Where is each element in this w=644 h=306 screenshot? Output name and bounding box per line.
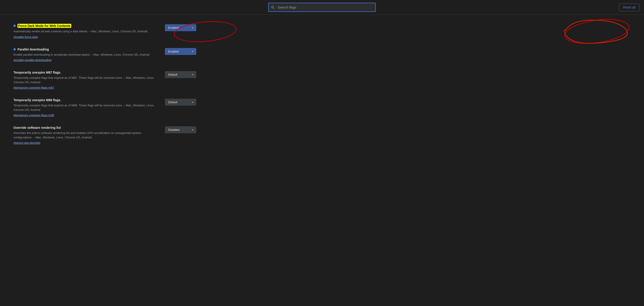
flag-title: Force Dark Mode for Web Contents <box>18 24 71 28</box>
flag-select[interactable]: DefaultEnabledDisabled <box>165 71 196 78</box>
flag-title-row: Parallel downloading <box>14 48 160 51</box>
flag-item-wrapper: Parallel downloadingEnable parallel down… <box>14 43 196 66</box>
search-container <box>268 3 376 12</box>
flag-select[interactable]: DefaultEnabledDisabled <box>165 48 196 55</box>
flag-select[interactable]: DefaultEnabledDisabled <box>165 99 196 106</box>
flag-item-wrapper: Force Dark Mode for Web ContentsAutomati… <box>14 19 196 43</box>
flag-anchor-link[interactable]: #ignore-gpu-blocklist <box>14 141 40 144</box>
flag-item: Force Dark Mode for Web ContentsAutomati… <box>14 19 196 43</box>
flag-title: Temporarily unexpire M87 flags. <box>14 71 61 74</box>
flag-anchor-link[interactable]: #enable-force-dark <box>14 35 38 39</box>
flags-list: Force Dark Mode for Web ContentsAutomati… <box>0 15 202 153</box>
flag-content: Override software rendering listOverride… <box>14 126 160 144</box>
flag-description: Enable parallel downloading to accelerat… <box>14 53 160 57</box>
flag-title-row: Temporarily unexpire M87 flags. <box>14 71 160 74</box>
flag-item-wrapper: Temporarily unexpire M87 flags.Temporari… <box>14 66 196 94</box>
flag-select[interactable]: DefaultEnabledDisabled <box>165 126 196 133</box>
search-input[interactable] <box>268 3 376 12</box>
flag-item: Override software rendering listOverride… <box>14 121 196 149</box>
flag-active-dot <box>14 25 16 27</box>
flag-content: Parallel downloadingEnable parallel down… <box>14 48 160 62</box>
flag-control: DefaultEnabledDisabled <box>165 98 196 106</box>
flag-description: Temporarily unexpire flags that expired … <box>14 76 160 84</box>
flag-anchor-link[interactable]: #temporary-unexpire-flags-m87 <box>14 86 54 89</box>
red-circle-annotation <box>563 18 630 45</box>
flag-item: Temporarily unexpire M88 flags.Temporari… <box>14 94 196 121</box>
svg-point-0 <box>563 16 630 47</box>
flag-description: Overrides the built-in software renderin… <box>14 131 160 140</box>
flag-content: Force Dark Mode for Web ContentsAutomati… <box>14 24 160 39</box>
flag-description: Temporarily unexpire flags that expired … <box>14 103 160 112</box>
top-bar: Reset all <box>0 0 644 15</box>
flag-item-wrapper: Override software rendering listOverride… <box>14 121 196 149</box>
flag-title: Temporarily unexpire M88 flags. <box>14 98 61 102</box>
flag-title-row: Temporarily unexpire M88 flags. <box>14 98 160 102</box>
flag-select[interactable]: DefaultEnabledDisabled <box>165 24 196 31</box>
flag-control: DefaultEnabledDisabled <box>165 126 196 133</box>
flag-title-row: Force Dark Mode for Web Contents <box>14 24 160 28</box>
flag-content: Temporarily unexpire M88 flags.Temporari… <box>14 98 160 117</box>
flag-title-row: Override software rendering list <box>14 126 160 129</box>
flag-control: DefaultEnabledDisabled <box>165 24 196 31</box>
flag-active-dot <box>14 48 16 51</box>
flag-description: Automatically render all web contents us… <box>14 29 160 34</box>
annotation-circle <box>173 19 238 45</box>
flag-title: Override software rendering list <box>14 126 61 129</box>
flag-anchor-link[interactable]: #temporary-unexpire-flags-m88 <box>14 114 54 117</box>
flag-item-wrapper: Temporarily unexpire M88 flags.Temporari… <box>14 94 196 121</box>
flag-anchor-link[interactable]: #enable-parallel-downloading <box>14 58 52 62</box>
flag-content: Temporarily unexpire M87 flags.Temporari… <box>14 71 160 89</box>
flag-title: Parallel downloading <box>18 48 49 51</box>
flag-control: DefaultEnabledDisabled <box>165 48 196 55</box>
flag-control: DefaultEnabledDisabled <box>165 71 196 78</box>
search-icon <box>271 6 275 10</box>
flag-item: Parallel downloadingEnable parallel down… <box>14 43 196 66</box>
reset-all-button[interactable]: Reset all <box>619 4 640 11</box>
flag-item: Temporarily unexpire M87 flags.Temporari… <box>14 66 196 94</box>
